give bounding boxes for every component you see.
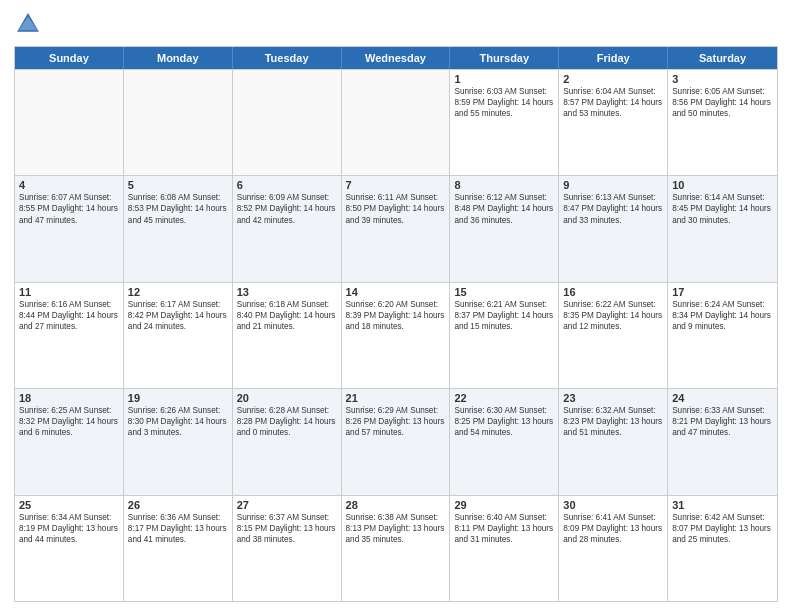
header-day-monday: Monday	[124, 47, 233, 69]
calendar-row-1: 4Sunrise: 6:07 AM Sunset: 8:55 PM Daylig…	[15, 175, 777, 281]
calendar-cell: 24Sunrise: 6:33 AM Sunset: 8:21 PM Dayli…	[668, 389, 777, 494]
day-info: Sunrise: 6:26 AM Sunset: 8:30 PM Dayligh…	[128, 405, 228, 438]
calendar-cell	[233, 70, 342, 175]
calendar-cell: 31Sunrise: 6:42 AM Sunset: 8:07 PM Dayli…	[668, 496, 777, 601]
svg-marker-1	[19, 16, 38, 30]
calendar-cell: 27Sunrise: 6:37 AM Sunset: 8:15 PM Dayli…	[233, 496, 342, 601]
day-number: 25	[19, 499, 119, 511]
calendar-row-4: 25Sunrise: 6:34 AM Sunset: 8:19 PM Dayli…	[15, 495, 777, 601]
day-info: Sunrise: 6:12 AM Sunset: 8:48 PM Dayligh…	[454, 192, 554, 225]
header-day-sunday: Sunday	[15, 47, 124, 69]
day-number: 26	[128, 499, 228, 511]
calendar-cell	[15, 70, 124, 175]
day-number: 27	[237, 499, 337, 511]
calendar-cell: 28Sunrise: 6:38 AM Sunset: 8:13 PM Dayli…	[342, 496, 451, 601]
day-info: Sunrise: 6:21 AM Sunset: 8:37 PM Dayligh…	[454, 299, 554, 332]
calendar-cell: 23Sunrise: 6:32 AM Sunset: 8:23 PM Dayli…	[559, 389, 668, 494]
day-number: 15	[454, 286, 554, 298]
day-number: 20	[237, 392, 337, 404]
day-info: Sunrise: 6:42 AM Sunset: 8:07 PM Dayligh…	[672, 512, 773, 545]
header-day-friday: Friday	[559, 47, 668, 69]
calendar-cell	[342, 70, 451, 175]
day-info: Sunrise: 6:13 AM Sunset: 8:47 PM Dayligh…	[563, 192, 663, 225]
calendar-cell: 1Sunrise: 6:03 AM Sunset: 8:59 PM Daylig…	[450, 70, 559, 175]
day-info: Sunrise: 6:30 AM Sunset: 8:25 PM Dayligh…	[454, 405, 554, 438]
day-number: 18	[19, 392, 119, 404]
day-number: 28	[346, 499, 446, 511]
day-info: Sunrise: 6:33 AM Sunset: 8:21 PM Dayligh…	[672, 405, 773, 438]
day-info: Sunrise: 6:11 AM Sunset: 8:50 PM Dayligh…	[346, 192, 446, 225]
day-number: 29	[454, 499, 554, 511]
calendar-cell: 29Sunrise: 6:40 AM Sunset: 8:11 PM Dayli…	[450, 496, 559, 601]
day-info: Sunrise: 6:05 AM Sunset: 8:56 PM Dayligh…	[672, 86, 773, 119]
day-info: Sunrise: 6:16 AM Sunset: 8:44 PM Dayligh…	[19, 299, 119, 332]
day-number: 19	[128, 392, 228, 404]
calendar-cell: 6Sunrise: 6:09 AM Sunset: 8:52 PM Daylig…	[233, 176, 342, 281]
day-number: 6	[237, 179, 337, 191]
day-info: Sunrise: 6:28 AM Sunset: 8:28 PM Dayligh…	[237, 405, 337, 438]
day-number: 1	[454, 73, 554, 85]
day-number: 24	[672, 392, 773, 404]
day-number: 30	[563, 499, 663, 511]
calendar-cell: 3Sunrise: 6:05 AM Sunset: 8:56 PM Daylig…	[668, 70, 777, 175]
day-info: Sunrise: 6:25 AM Sunset: 8:32 PM Dayligh…	[19, 405, 119, 438]
calendar-cell: 21Sunrise: 6:29 AM Sunset: 8:26 PM Dayli…	[342, 389, 451, 494]
header-day-wednesday: Wednesday	[342, 47, 451, 69]
day-info: Sunrise: 6:40 AM Sunset: 8:11 PM Dayligh…	[454, 512, 554, 545]
logo	[14, 10, 46, 38]
day-info: Sunrise: 6:37 AM Sunset: 8:15 PM Dayligh…	[237, 512, 337, 545]
calendar-cell: 30Sunrise: 6:41 AM Sunset: 8:09 PM Dayli…	[559, 496, 668, 601]
logo-icon	[14, 10, 42, 38]
calendar-cell: 2Sunrise: 6:04 AM Sunset: 8:57 PM Daylig…	[559, 70, 668, 175]
day-number: 4	[19, 179, 119, 191]
day-info: Sunrise: 6:07 AM Sunset: 8:55 PM Dayligh…	[19, 192, 119, 225]
day-info: Sunrise: 6:38 AM Sunset: 8:13 PM Dayligh…	[346, 512, 446, 545]
calendar-cell: 5Sunrise: 6:08 AM Sunset: 8:53 PM Daylig…	[124, 176, 233, 281]
calendar-cell: 20Sunrise: 6:28 AM Sunset: 8:28 PM Dayli…	[233, 389, 342, 494]
day-number: 7	[346, 179, 446, 191]
day-number: 5	[128, 179, 228, 191]
day-number: 22	[454, 392, 554, 404]
header-day-saturday: Saturday	[668, 47, 777, 69]
calendar-cell: 4Sunrise: 6:07 AM Sunset: 8:55 PM Daylig…	[15, 176, 124, 281]
calendar-cell: 17Sunrise: 6:24 AM Sunset: 8:34 PM Dayli…	[668, 283, 777, 388]
header-day-thursday: Thursday	[450, 47, 559, 69]
day-number: 10	[672, 179, 773, 191]
calendar-header: SundayMondayTuesdayWednesdayThursdayFrid…	[15, 47, 777, 69]
day-number: 2	[563, 73, 663, 85]
calendar-cell: 19Sunrise: 6:26 AM Sunset: 8:30 PM Dayli…	[124, 389, 233, 494]
day-info: Sunrise: 6:17 AM Sunset: 8:42 PM Dayligh…	[128, 299, 228, 332]
day-number: 3	[672, 73, 773, 85]
day-info: Sunrise: 6:24 AM Sunset: 8:34 PM Dayligh…	[672, 299, 773, 332]
calendar-cell: 16Sunrise: 6:22 AM Sunset: 8:35 PM Dayli…	[559, 283, 668, 388]
day-number: 31	[672, 499, 773, 511]
calendar: SundayMondayTuesdayWednesdayThursdayFrid…	[14, 46, 778, 602]
day-info: Sunrise: 6:29 AM Sunset: 8:26 PM Dayligh…	[346, 405, 446, 438]
calendar-cell: 8Sunrise: 6:12 AM Sunset: 8:48 PM Daylig…	[450, 176, 559, 281]
header	[14, 10, 778, 38]
day-info: Sunrise: 6:04 AM Sunset: 8:57 PM Dayligh…	[563, 86, 663, 119]
day-number: 21	[346, 392, 446, 404]
day-number: 16	[563, 286, 663, 298]
calendar-cell: 11Sunrise: 6:16 AM Sunset: 8:44 PM Dayli…	[15, 283, 124, 388]
day-info: Sunrise: 6:20 AM Sunset: 8:39 PM Dayligh…	[346, 299, 446, 332]
calendar-row-0: 1Sunrise: 6:03 AM Sunset: 8:59 PM Daylig…	[15, 69, 777, 175]
day-info: Sunrise: 6:41 AM Sunset: 8:09 PM Dayligh…	[563, 512, 663, 545]
day-info: Sunrise: 6:09 AM Sunset: 8:52 PM Dayligh…	[237, 192, 337, 225]
day-info: Sunrise: 6:32 AM Sunset: 8:23 PM Dayligh…	[563, 405, 663, 438]
day-number: 17	[672, 286, 773, 298]
day-number: 14	[346, 286, 446, 298]
calendar-cell: 25Sunrise: 6:34 AM Sunset: 8:19 PM Dayli…	[15, 496, 124, 601]
day-info: Sunrise: 6:18 AM Sunset: 8:40 PM Dayligh…	[237, 299, 337, 332]
calendar-cell: 18Sunrise: 6:25 AM Sunset: 8:32 PM Dayli…	[15, 389, 124, 494]
day-number: 12	[128, 286, 228, 298]
calendar-cell: 9Sunrise: 6:13 AM Sunset: 8:47 PM Daylig…	[559, 176, 668, 281]
calendar-cell: 14Sunrise: 6:20 AM Sunset: 8:39 PM Dayli…	[342, 283, 451, 388]
day-info: Sunrise: 6:34 AM Sunset: 8:19 PM Dayligh…	[19, 512, 119, 545]
calendar-cell	[124, 70, 233, 175]
calendar-cell: 12Sunrise: 6:17 AM Sunset: 8:42 PM Dayli…	[124, 283, 233, 388]
day-number: 11	[19, 286, 119, 298]
calendar-cell: 7Sunrise: 6:11 AM Sunset: 8:50 PM Daylig…	[342, 176, 451, 281]
calendar-cell: 13Sunrise: 6:18 AM Sunset: 8:40 PM Dayli…	[233, 283, 342, 388]
calendar-row-2: 11Sunrise: 6:16 AM Sunset: 8:44 PM Dayli…	[15, 282, 777, 388]
